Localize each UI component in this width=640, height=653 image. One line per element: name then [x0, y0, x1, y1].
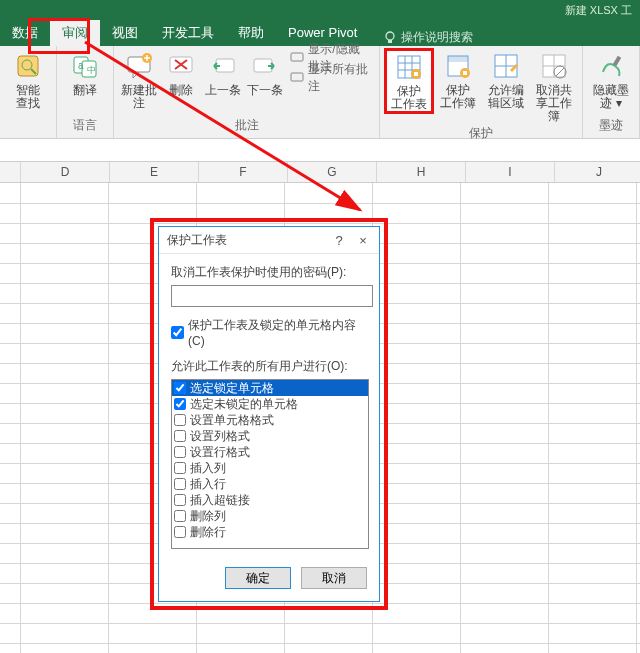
column-header-F[interactable]: F [199, 162, 288, 182]
ribbon-btn-label: 下一条 [247, 84, 283, 97]
perm-checkbox[interactable] [174, 510, 186, 522]
ribbon-group-label: 批注 [118, 115, 375, 138]
tab-开发工具[interactable]: 开发工具 [150, 20, 226, 46]
ribbon-btn-delete[interactable]: 删除 [160, 48, 202, 97]
svg-rect-1 [388, 40, 392, 43]
perm-label: 删除列 [190, 508, 226, 525]
ribbon-btn-protectwb[interactable]: 保护工作簿 [434, 48, 482, 110]
ribbon-btn-prev[interactable]: 上一条 [202, 48, 244, 97]
perm-checkbox[interactable] [174, 526, 186, 538]
dialog-titlebar: 保护工作表 ? × [159, 227, 379, 254]
perm-label: 插入行 [190, 476, 226, 493]
permissions-label: 允许此工作表的所有用户进行(O): [171, 358, 367, 375]
column-header-E[interactable]: E [110, 162, 199, 182]
ribbon-btn-label: 删除 [169, 84, 193, 97]
permissions-listbox[interactable]: 选定锁定单元格选定未锁定的单元格设置单元格格式设置列格式设置行格式插入列插入行插… [171, 379, 369, 549]
ribbon-btn-translate[interactable]: a中翻译 [61, 48, 109, 97]
perm-checkbox[interactable] [174, 430, 186, 442]
comment-icon [290, 71, 304, 85]
close-button[interactable]: × [351, 233, 375, 248]
perm-item[interactable]: 删除列 [172, 508, 368, 524]
perm-item[interactable]: 插入列 [172, 460, 368, 476]
column-header-J[interactable]: J [555, 162, 640, 182]
select-all-corner[interactable] [0, 162, 21, 182]
perm-checkbox[interactable] [174, 494, 186, 506]
perm-checkbox[interactable] [174, 478, 186, 490]
svg-rect-39 [613, 56, 621, 67]
ribbon-small-label: 显示所有批注 [308, 61, 371, 95]
comment-icon [290, 51, 304, 65]
ribbon-group-语言: a中翻译语言 [57, 46, 114, 138]
column-header-I[interactable]: I [466, 162, 555, 182]
perm-checkbox[interactable] [174, 462, 186, 474]
protect-contents-checkbox[interactable]: 保护工作表及锁定的单元格内容(C) [171, 317, 367, 348]
tab-数据[interactable]: 数据 [0, 20, 50, 46]
perm-label: 设置行格式 [190, 444, 250, 461]
title-bar: 新建 XLSX 工 [0, 0, 640, 20]
ribbon-btn-label: 新建批注 [120, 84, 158, 110]
newcomment-icon [123, 50, 155, 82]
protectsheet-icon [393, 51, 425, 83]
perm-item[interactable]: 选定锁定单元格 [172, 380, 368, 396]
perm-checkbox[interactable] [174, 414, 186, 426]
ribbon-btn-label: 上一条 [205, 84, 241, 97]
protect-contents-label: 保护工作表及锁定的单元格内容(C) [188, 317, 367, 348]
ribbon-small-stack: 显示/隐藏批注显示所有批注 [286, 48, 375, 88]
tab-审阅[interactable]: 审阅 [50, 20, 100, 46]
dialog-title: 保护工作表 [167, 232, 327, 249]
next-icon [249, 50, 281, 82]
perm-item[interactable]: 设置列格式 [172, 428, 368, 444]
bulb-icon [383, 31, 397, 45]
ribbon-smallbtn[interactable]: 显示所有批注 [290, 68, 371, 88]
column-header-H[interactable]: H [377, 162, 466, 182]
perm-item[interactable]: 选定未锁定的单元格 [172, 396, 368, 412]
perm-label: 插入超链接 [190, 492, 250, 509]
tell-me-label: 操作说明搜索 [401, 29, 473, 46]
ribbon-group-label: 墨迹 [587, 115, 635, 138]
perm-label: 删除行 [190, 524, 226, 541]
tell-me-search[interactable]: 操作说明搜索 [383, 29, 473, 46]
cancel-button[interactable]: 取消 [301, 567, 367, 589]
perm-item[interactable]: 删除行 [172, 524, 368, 540]
ribbon-group-label: 语言 [61, 115, 109, 138]
perm-item[interactable]: 设置单元格格式 [172, 412, 368, 428]
ribbon-btn-label2: 享工作簿 [532, 97, 576, 123]
ribbon-btn-unshare[interactable]: 取消共享工作簿 [530, 48, 578, 123]
perm-checkbox[interactable] [174, 382, 186, 394]
help-button[interactable]: ? [327, 233, 351, 248]
perm-label: 选定锁定单元格 [190, 380, 274, 397]
perm-label: 插入列 [190, 460, 226, 477]
protect-contents-checkbox-input[interactable] [171, 326, 184, 339]
ribbon-btn-search[interactable]: 智能查找 [4, 48, 52, 110]
ribbon-group-保护: 保护工作表保护工作簿允许编辑区域取消共享工作簿保护 [380, 46, 583, 138]
perm-item[interactable]: 插入超链接 [172, 492, 368, 508]
ribbon-btn-label: 翻译 [73, 84, 97, 97]
ribbon-group-label [4, 132, 52, 138]
ribbon-btn-protectsheet[interactable]: 保护工作表 [384, 48, 434, 114]
ribbon-group-批注: 新建批注删除上一条下一条显示/隐藏批注显示所有批注批注 [114, 46, 380, 138]
search-icon [12, 50, 44, 82]
password-input[interactable] [171, 285, 373, 307]
prev-icon [207, 50, 239, 82]
perm-checkbox[interactable] [174, 446, 186, 458]
tab-帮助[interactable]: 帮助 [226, 20, 276, 46]
perm-checkbox[interactable] [174, 398, 186, 410]
ribbon-btn-newcomment[interactable]: 新建批注 [118, 48, 160, 110]
ribbon-btn-allowedit[interactable]: 允许编辑区域 [482, 48, 530, 110]
column-header-D[interactable]: D [21, 162, 110, 182]
app-root: 新建 XLSX 工 数据审阅视图开发工具帮助Power Pivot操作说明搜索 … [0, 0, 640, 653]
ok-button[interactable]: 确定 [225, 567, 291, 589]
column-header-G[interactable]: G [288, 162, 377, 182]
ribbon-btn-next[interactable]: 下一条 [244, 48, 286, 97]
svg-point-0 [386, 32, 394, 40]
svg-rect-30 [463, 71, 467, 75]
perm-item[interactable]: 设置行格式 [172, 444, 368, 460]
unshare-icon [538, 50, 570, 82]
ribbon-group-墨迹: 隐藏墨迹 ▾墨迹 [583, 46, 640, 138]
ribbon-btn-label2: 迹 ▾ [600, 97, 621, 110]
ribbon-btn-label2: 工作表 [391, 98, 427, 111]
ribbon-btn-ink[interactable]: 隐藏墨迹 ▾ [587, 48, 635, 110]
tab-视图[interactable]: 视图 [100, 20, 150, 46]
perm-item[interactable]: 插入行 [172, 476, 368, 492]
ribbon-group-label: 保护 [384, 123, 578, 146]
